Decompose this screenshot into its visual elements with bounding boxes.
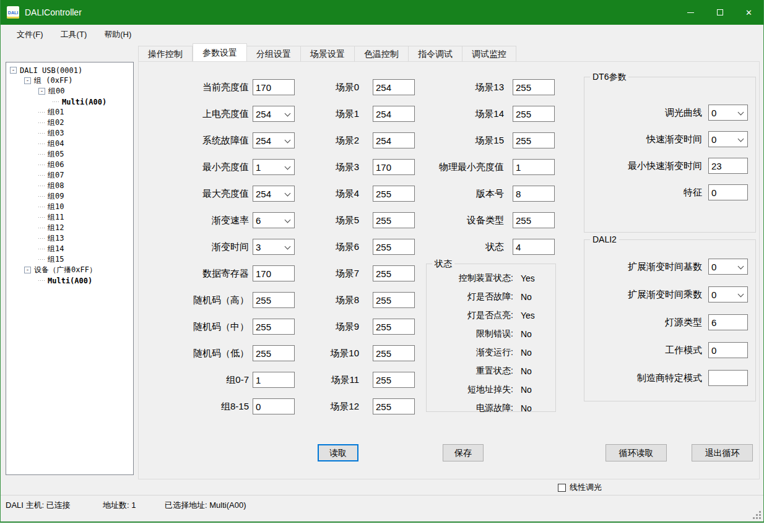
field-row: 快速渐变时间0 (584, 131, 755, 147)
minimize-button[interactable] (676, 0, 705, 25)
field-input[interactable] (708, 314, 748, 330)
field-label: 特征 (584, 187, 702, 199)
field-input[interactable] (513, 132, 555, 148)
field-row: 场景11 (281, 372, 415, 388)
checkbox-icon (558, 484, 566, 492)
tree-item[interactable]: -组00 (6, 86, 133, 97)
field-input[interactable] (513, 79, 555, 95)
close-button[interactable]: ✕ (734, 0, 763, 25)
field-input[interactable] (373, 132, 415, 148)
tab-参数设置[interactable]: 参数设置 (193, 43, 247, 61)
tree-item[interactable]: 组10 (6, 202, 133, 212)
field-input[interactable] (708, 184, 748, 200)
tree-item[interactable]: 组12 (6, 223, 133, 233)
field-combo[interactable]: 0 (708, 105, 748, 121)
field-label: 制造商特定模式 (584, 372, 702, 384)
tree-item-label: 组12 (48, 223, 64, 233)
status-row: 短地址掉失:No (427, 380, 555, 399)
tree-item[interactable]: 组06 (6, 160, 133, 170)
tree-item-label: Multi(A00) (48, 277, 92, 285)
tree-item[interactable]: 组13 (6, 233, 133, 244)
tree-item[interactable]: -设备（广播0xFF） (6, 265, 133, 275)
menu-bar: 文件(F)工具(T)帮助(H) (1, 25, 763, 45)
field-row: 组0-7 (157, 372, 295, 388)
tab-调试监控[interactable]: 调试监控 (462, 46, 516, 61)
field-input[interactable] (373, 345, 415, 361)
tree-item[interactable]: 组09 (6, 191, 133, 202)
tree-collapse-icon[interactable]: - (38, 88, 45, 95)
tab-指令调试[interactable]: 指令调试 (409, 46, 462, 61)
tree-item[interactable]: 组14 (6, 244, 133, 254)
field-combo[interactable]: 0 (708, 131, 748, 147)
field-input[interactable] (708, 158, 748, 174)
tree-collapse-icon[interactable]: - (10, 67, 17, 74)
window-title: DALIController (25, 7, 82, 17)
status-row: 渐变运行:No (427, 343, 555, 362)
tree-item[interactable]: 组03 (6, 128, 133, 139)
tree-item[interactable]: Multi(A00) (6, 275, 133, 286)
device-tree[interactable]: -DALI USB(0001)-组 (0xFF)-组00Multi(A00)组0… (6, 62, 134, 475)
tree-item[interactable]: 组01 (6, 107, 133, 118)
field-row: 版本号 (423, 186, 555, 202)
tree-item[interactable]: 组05 (6, 149, 133, 160)
field-input[interactable] (373, 398, 415, 414)
field-input[interactable] (513, 186, 555, 202)
field-input[interactable] (513, 106, 555, 122)
tree-collapse-icon[interactable]: - (24, 77, 31, 84)
tab-分组设置[interactable]: 分组设置 (247, 46, 301, 61)
maximize-button[interactable] (705, 0, 734, 25)
field-input[interactable] (513, 212, 555, 228)
tree-item[interactable]: -组 (0xFF) (6, 75, 133, 86)
tab-操作控制[interactable]: 操作控制 (138, 46, 193, 61)
loop-read-button[interactable]: 循环读取 (606, 444, 667, 461)
tree-item[interactable]: 组04 (6, 139, 133, 149)
menu-item-1[interactable]: 工具(T) (52, 26, 96, 43)
field-label: 场景7 (281, 268, 359, 280)
field-input[interactable] (373, 79, 415, 95)
field-input[interactable] (373, 319, 415, 335)
tree-collapse-icon[interactable]: - (24, 267, 31, 273)
field-row: 场景5 (281, 212, 415, 228)
field-row: 场景10 (281, 345, 415, 361)
tab-场景设置[interactable]: 场景设置 (301, 46, 355, 61)
exit-loop-button[interactable]: 退出循环 (692, 444, 753, 461)
field-input[interactable] (373, 372, 415, 388)
field-label: 场景2 (281, 135, 359, 147)
field-input[interactable] (708, 342, 748, 358)
linear-dimming-checkbox[interactable]: 线性调光 (558, 482, 602, 493)
tree-item[interactable]: 组07 (6, 170, 133, 181)
save-button[interactable]: 保存 (443, 444, 484, 461)
menu-item-2[interactable]: 帮助(H) (95, 26, 140, 43)
resize-grip-icon[interactable] (753, 511, 762, 520)
field-input[interactable] (373, 159, 415, 175)
tab-色温控制[interactable]: 色温控制 (355, 46, 409, 61)
read-button[interactable]: 读取 (318, 444, 358, 461)
field-input[interactable] (513, 159, 555, 175)
field-combo[interactable]: 0 (708, 286, 748, 302)
field-input[interactable] (373, 186, 415, 202)
menu-item-0[interactable]: 文件(F) (8, 26, 52, 43)
tree-item[interactable]: 组02 (6, 118, 133, 128)
tree-connector-line (38, 122, 46, 123)
tree-item-label: 组03 (48, 128, 64, 139)
field-input[interactable] (708, 370, 748, 386)
field-input[interactable] (373, 265, 415, 281)
param-column-1: 当前亮度值上电亮度值254系统故障值254最小亮度值1最大亮度值254渐变速率6… (157, 79, 295, 414)
field-input[interactable] (373, 106, 415, 122)
field-input[interactable] (373, 292, 415, 308)
field-label: 状态 (423, 241, 504, 253)
tree-item[interactable]: 组15 (6, 254, 133, 265)
field-input[interactable] (513, 239, 555, 255)
field-label: 设备类型 (423, 215, 504, 226)
dt6-groupbox: DT6参数 调光曲线0快速渐变时间0最小快速渐变时间特征 (584, 77, 756, 233)
tree-item[interactable]: 组11 (6, 212, 133, 223)
tree-item[interactable]: Multi(A00) (6, 97, 133, 107)
field-label: 最大亮度值 (157, 188, 249, 200)
field-input[interactable] (373, 239, 415, 255)
field-combo[interactable]: 0 (708, 259, 748, 275)
field-input[interactable] (373, 212, 415, 228)
tree-item[interactable]: 组08 (6, 181, 133, 191)
dt6-group-body: 调光曲线0快速渐变时间0最小快速渐变时间特征 (584, 77, 755, 200)
field-row: 场景2 (281, 132, 415, 148)
tree-item[interactable]: -DALI USB(0001) (6, 65, 133, 75)
